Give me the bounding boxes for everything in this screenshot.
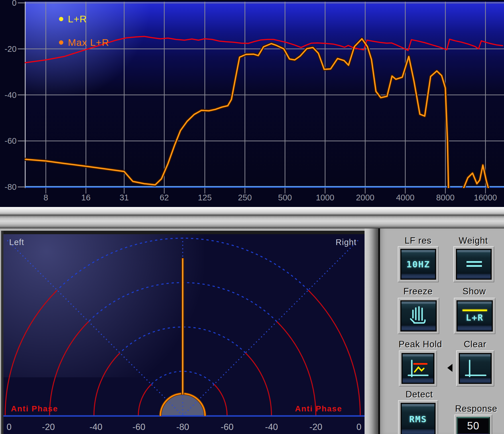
show-label: Show	[462, 286, 486, 297]
lr-legend-label: L+R	[68, 13, 87, 25]
svg-text:-20: -20	[42, 422, 55, 432]
svg-text:-40: -40	[90, 422, 103, 432]
svg-text:2000: 2000	[356, 193, 375, 202]
max-lr-legend-dot-icon	[59, 40, 63, 45]
detect-button[interactable]: RMS	[398, 400, 438, 434]
panel-divider	[0, 207, 504, 228]
svg-text:0: 0	[357, 422, 361, 432]
svg-text:1000: 1000	[316, 193, 334, 202]
svg-text:-60: -60	[133, 422, 145, 432]
goniometer-frame-top	[1, 231, 365, 234]
response-label: Response	[455, 404, 497, 414]
svg-text:-40: -40	[5, 90, 17, 100]
detect-label: Detect	[405, 389, 433, 400]
peak-hold-icon	[406, 358, 430, 379]
clear-label: Clear	[464, 339, 486, 350]
svg-text:4000: 4000	[396, 193, 415, 202]
svg-text:0: 0	[12, 0, 17, 7]
lf-res-label: LF res	[405, 236, 432, 246]
svg-text:8: 8	[44, 193, 48, 202]
svg-text:62: 62	[160, 193, 169, 202]
svg-text:31: 31	[119, 193, 129, 202]
clear-axes-icon	[463, 358, 487, 379]
max-lr-legend-label: Max L+R	[68, 37, 109, 48]
weight-button[interactable]	[453, 246, 494, 282]
detect-value: RMS	[409, 414, 427, 424]
svg-text:500: 500	[278, 193, 292, 202]
svg-text:0: 0	[7, 422, 11, 432]
svg-text:16000: 16000	[474, 193, 497, 202]
svg-text:8000: 8000	[436, 193, 455, 202]
svg-text:125: 125	[198, 193, 212, 202]
svg-text:-20: -20	[310, 422, 322, 432]
peak-hold-button[interactable]	[399, 350, 437, 386]
svg-text:-40: -40	[265, 422, 278, 432]
show-value: L+R	[466, 312, 484, 323]
response-value-box[interactable]: 50	[454, 415, 492, 434]
freeze-button[interactable]	[398, 298, 439, 334]
weight-lines-icon	[460, 256, 488, 273]
svg-text:250: 250	[238, 193, 252, 202]
freeze-hand-icon	[407, 306, 430, 326]
gonio-right-label: Right	[336, 238, 357, 247]
analyzer-window: 81631621252505001000200040008000160000-2…	[0, 0, 504, 434]
gonio-left-label: Left	[9, 238, 24, 247]
svg-text:-80: -80	[5, 182, 17, 192]
show-yellow-line-icon	[462, 309, 487, 311]
legend-item-max-lr[interactable]: Max L+R	[59, 37, 109, 48]
goniometer-frame-right-bevel	[365, 228, 378, 434]
anti-phase-right-label: Anti Phase	[295, 404, 342, 413]
legend-item-lr[interactable]: L+R	[59, 13, 87, 25]
response-value: 50	[467, 420, 479, 432]
goniometer-frame-left	[1, 231, 3, 434]
anti-phase-left-label: Anti Phase	[11, 404, 58, 413]
freeze-label: Freeze	[403, 286, 433, 297]
clear-button[interactable]	[456, 350, 494, 386]
show-button[interactable]: L+R	[454, 298, 495, 334]
svg-text:-60: -60	[5, 136, 17, 145]
peak-hold-label: Peak Hold	[399, 339, 442, 350]
clear-pointer-icon	[447, 364, 452, 372]
svg-text:16: 16	[81, 193, 90, 202]
lf-res-button[interactable]: 10HZ	[398, 246, 439, 282]
svg-text:-60: -60	[221, 422, 234, 432]
svg-text:-80: -80	[176, 422, 189, 432]
weight-label: Weight	[459, 236, 488, 246]
lr-legend-dot-icon	[59, 17, 63, 21]
svg-text:-20: -20	[5, 44, 17, 54]
spectrum-analyzer-panel: 81631621252505001000200040008000160000-2…	[0, 0, 504, 207]
lf-res-value: 10HZ	[406, 259, 430, 269]
